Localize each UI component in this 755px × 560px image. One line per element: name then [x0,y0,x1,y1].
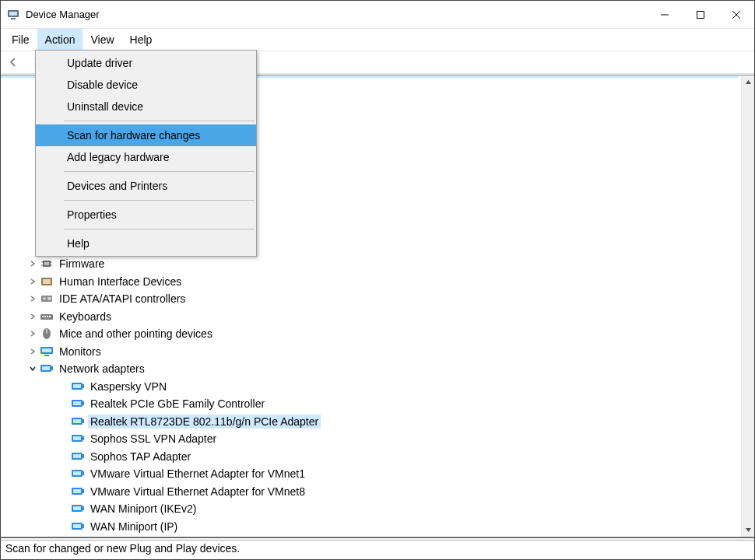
tree-category-keyboards[interactable]: Keyboards [1,308,741,326]
tree-category-human-interface-devices[interactable]: Human Interface Devices [1,273,741,291]
svg-rect-45 [83,454,84,458]
svg-rect-36 [83,401,84,405]
window-title: Device Manager [26,9,100,20]
svg-rect-22 [49,316,51,317]
tree-item-network-realtek-pcie-gbe-family-controller[interactable]: Realtek PCIe GbE Family Controller [1,395,741,413]
hid-icon [40,275,54,288]
network-adapter-icon [71,432,85,445]
menu-item-label: Devices and Printers [67,180,167,192]
tree-category-ide-ata-atapi-controllers[interactable]: IDE ATA/ATAPI controllers [1,290,741,308]
svg-rect-50 [73,489,81,493]
menu-item-help[interactable]: Help [36,233,256,254]
tree-item-label: Human Interface Devices [57,275,184,289]
network-adapter-icon [71,467,85,480]
expand-icon[interactable] [27,276,38,287]
scroll-down-button[interactable] [742,523,755,537]
tree-item-label: Mice and other pointing devices [57,327,215,341]
tree-item-network-sophos-tap-adapter[interactable]: Sophos TAP Adapter [1,448,741,466]
menu-item-add-legacy-hardware[interactable]: Add legacy hardware [36,146,256,168]
menu-separator [64,229,255,229]
menu-item-label: Properties [67,208,117,221]
tree-item-label: VMware Virtual Ethernet Adapter for VMne… [88,467,307,481]
menu-item-label: Scan for hardware changes [67,129,200,142]
svg-rect-38 [73,419,81,423]
svg-rect-35 [73,401,81,405]
svg-rect-27 [44,355,49,356]
svg-rect-42 [83,436,84,440]
menu-view[interactable]: View [83,29,121,51]
tree-category-mice-and-other-pointing-devices[interactable]: Mice and other pointing devices [1,325,741,343]
svg-rect-54 [83,506,84,510]
svg-rect-30 [51,366,53,370]
tree-item-label: Keyboards [57,310,114,324]
statusbar-text: Scan for changed or new Plug and Play de… [5,542,240,555]
network-adapter-icon [71,502,85,515]
minimize-button[interactable] [647,1,683,29]
tree-category-firmware[interactable]: Firmware [1,255,741,273]
tree-item-label: Sophos TAP Adapter [88,450,193,464]
tree-item-label: WAN Miniport (IP) [88,520,180,534]
network-adapter-icon [71,380,85,393]
menu-item-devices-and-printers[interactable]: Devices and Printers [36,175,256,197]
svg-rect-48 [83,471,84,475]
tree-category-network-adapters[interactable]: Network adapters [1,360,741,378]
svg-rect-21 [47,316,48,317]
tree-item-network-realtek-rtl8723de-802-11b-g-n-pcie-adapter[interactable]: Realtek RTL8723DE 802.11b/g/n PCIe Adapt… [1,413,741,431]
menu-item-label: Help [67,237,90,250]
menu-separator [64,171,255,172]
maximize-button[interactable] [683,1,718,29]
expand-icon[interactable] [27,328,38,339]
svg-rect-29 [42,366,50,370]
svg-rect-32 [73,384,81,388]
menu-item-label: Update driver [67,57,132,69]
menu-item-scan-for-hardware-changes[interactable]: Scan for hardware changes [36,124,256,146]
tree-item-label: Sophos SSL VPN Adapter [88,432,219,446]
monitor-icon [40,345,54,358]
tree-item-network-vmware-virtual-ethernet-adapter-for-vmnet8[interactable]: VMware Virtual Ethernet Adapter for VMne… [1,483,741,501]
svg-marker-59 [746,528,751,532]
menu-item-update-driver[interactable]: Update driver [36,52,256,74]
tree-category-monitors[interactable]: Monitors [1,343,741,361]
expand-icon[interactable] [27,293,38,304]
menubar: File Action View Help [1,29,754,51]
scroll-up-button[interactable] [742,75,755,89]
vertical-scrollbar[interactable] [741,75,754,537]
menu-item-label: Disable device [67,79,138,91]
tree-item-label: Kaspersky VPN [88,380,169,394]
menu-action[interactable]: Action [37,29,83,51]
keyboard-icon [40,310,54,323]
close-button[interactable] [718,1,754,29]
svg-rect-56 [73,524,81,528]
network-icon [40,362,54,375]
toolbar-back-button[interactable] [4,53,23,72]
menu-file[interactable]: File [4,29,37,51]
expand-icon[interactable] [27,311,38,322]
svg-rect-2 [11,18,16,19]
menu-help[interactable]: Help [122,29,160,51]
tree-item-label: Realtek RTL8723DE 802.11b/g/n PCIe Adapt… [88,415,321,429]
tree-item-network-wan-miniport-ikev2-[interactable]: WAN Miniport (IKEv2) [1,500,741,518]
svg-rect-39 [83,419,84,423]
svg-rect-26 [42,348,51,352]
svg-rect-41 [73,436,81,440]
action-dropdown-menu[interactable]: Update driverDisable deviceUninstall dev… [35,50,257,257]
statusbar: Scan for changed or new Plug and Play de… [1,537,754,559]
menu-item-uninstall-device[interactable]: Uninstall device [36,96,256,117]
svg-rect-14 [43,279,51,284]
tree-item-network-kaspersky-vpn[interactable]: Kaspersky VPN [1,378,741,396]
menu-separator [64,121,255,121]
svg-marker-58 [746,80,751,84]
svg-rect-44 [73,454,81,458]
menu-item-properties[interactable]: Properties [36,204,256,226]
menu-item-disable-device[interactable]: Disable device [36,74,256,96]
svg-rect-33 [83,384,84,388]
collapse-icon[interactable] [27,363,38,374]
svg-point-16 [43,297,46,300]
tree-item-network-wan-miniport-ip-[interactable]: WAN Miniport (IP) [1,518,741,536]
tree-item-network-vmware-virtual-ethernet-adapter-for-vmnet1[interactable]: VMware Virtual Ethernet Adapter for VMne… [1,465,741,483]
tree-item-network-sophos-ssl-vpn-adapter[interactable]: Sophos SSL VPN Adapter [1,430,741,448]
svg-rect-17 [47,297,51,300]
svg-rect-20 [44,316,46,317]
expand-icon[interactable] [27,258,38,269]
expand-icon[interactable] [27,346,38,357]
